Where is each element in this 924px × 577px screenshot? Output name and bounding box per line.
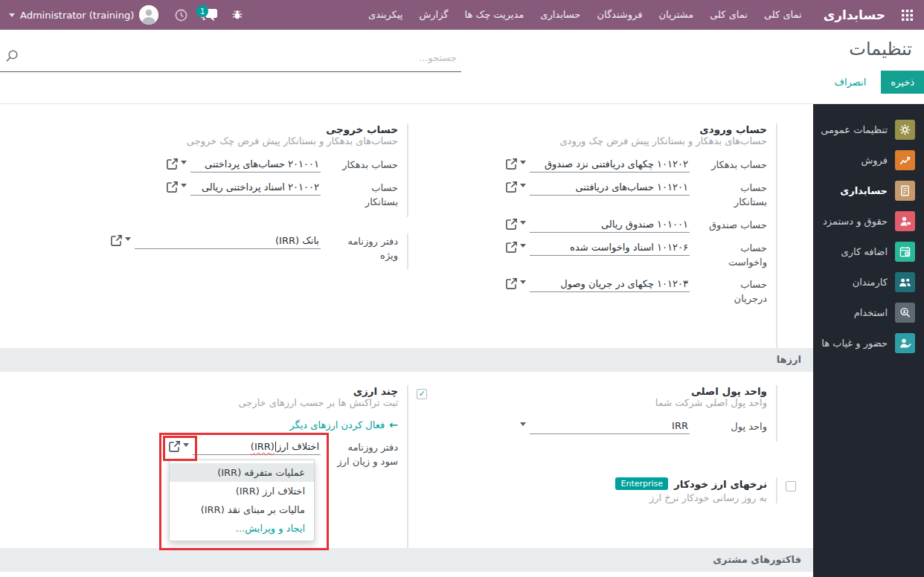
many2one-input[interactable]: اختلاف ارز(IRR) — [193, 439, 321, 455]
sidebar-item-label: فروش — [861, 155, 888, 166]
sidebar-item-employees[interactable]: کارمندان — [813, 267, 924, 297]
dropdown-create-option[interactable]: ایجاد و ویرایش... — [170, 519, 314, 538]
dropdown-option[interactable]: عملیات متفرقه (IRR) — [170, 463, 314, 482]
block-subtitle: به روز رسانی خودکار نرخ ارز — [453, 492, 767, 503]
external-link-icon[interactable] — [505, 241, 518, 256]
field-protest-account: حسابواخواست ۱۰۱۲۰۶ اسناد واخواست شده — [453, 240, 767, 270]
external-link-icon[interactable] — [166, 181, 179, 196]
activate-currencies-link[interactable]: ← فعال کردن ارزهای دیگر — [289, 419, 398, 431]
dropdown-caret-icon[interactable] — [520, 280, 526, 287]
dropdown-option[interactable]: مالیات بر مبنای نقد (IRR) — [170, 500, 314, 519]
checkbox-pane — [777, 385, 804, 442]
discard-button[interactable]: انصراف — [832, 71, 870, 94]
sidebar-item-general-settings[interactable]: تنظیمات عمومی — [813, 115, 924, 145]
many2one-input[interactable]: ۲۰۱۰۰۱ حساب‌های پرداختنی — [190, 157, 321, 173]
search-input[interactable] — [19, 52, 457, 63]
menu-check-management[interactable]: مدیریت چک ها — [457, 0, 533, 30]
setting-block-input-account: حساب ورودی حساب‌های بدهکار و بستانکار پی… — [453, 123, 804, 348]
block-title: حساب خروجی — [84, 123, 398, 135]
journal-dropdown: عملیات متفرقه (IRR) اختلاف ارز (IRR) مال… — [169, 460, 315, 541]
sidebar-item-accounting[interactable]: حسابداری — [813, 175, 924, 206]
sidebar-item-recruitment[interactable]: استخدام — [813, 297, 924, 328]
dropdown-caret-icon[interactable] — [181, 161, 187, 167]
sidebar-item-sales[interactable]: فروش — [813, 145, 924, 175]
dropdown-caret-icon[interactable] — [520, 161, 526, 167]
many2one-input[interactable]: ۱۰۱۲۰۶ اسناد واخواست شده — [530, 240, 690, 256]
sidebar-item-label: حسابداری — [840, 185, 888, 196]
menu-overview-2[interactable]: نمای کلی — [702, 0, 756, 30]
section-band-customer-invoices: فاکتورهای مشتری — [0, 548, 813, 572]
many2one-input[interactable]: ۱۰۱۲۰۲ چکهای دریافتنی نزد صندوق — [530, 157, 690, 173]
dropdown-caret-icon[interactable] — [520, 221, 526, 228]
section-band-currencies: ارزها — [0, 348, 813, 372]
checkbox-pane — [777, 123, 804, 348]
save-button[interactable]: ذخیره — [881, 71, 924, 94]
sidebar-item-overtime[interactable]: اضافه کاری — [813, 236, 924, 267]
field-debit-account-in: حساب بدهکار ۱۰۱۲۰۲ چکهای دریافتنی نزد صن… — [453, 157, 767, 173]
left-column: حساب خروجی حساب‌های بدهکار و بستانکار پی… — [84, 123, 435, 348]
menu-overview-1[interactable]: نمای کلی — [756, 0, 810, 30]
field-currency: واحد پول IRR — [453, 419, 767, 434]
debug-bug-icon[interactable] — [227, 4, 248, 25]
sidebar-item-label: تنظیمات عمومی — [821, 124, 888, 135]
external-link-group — [168, 440, 193, 455]
currency-select[interactable]: IRR — [530, 419, 690, 434]
menu-accounting[interactable]: حسابداری — [532, 0, 588, 30]
menu-vendors[interactable]: فروشندگان — [588, 0, 650, 30]
block-title: حساب ورودی — [453, 123, 767, 135]
dropdown-caret-icon[interactable] — [520, 184, 526, 190]
right-column-2: واحد پول اصلی واحد پول اصلی شرکت شما واح… — [453, 385, 804, 548]
dropdown-caret-icon[interactable] — [181, 184, 187, 190]
user-menu[interactable]: Administrator (training) — [9, 5, 163, 25]
app-name[interactable]: حسابداری — [810, 7, 896, 22]
user-name: Administrator (training) — [20, 10, 134, 21]
many2one-input[interactable]: ۱۰۱۲۰۳ چکهای در جریان وصول — [530, 277, 690, 292]
external-link-icon[interactable] — [110, 234, 123, 249]
auto-rates-checkbox[interactable] — [786, 481, 796, 491]
external-link-icon[interactable] — [505, 277, 518, 292]
sidebar-item-payroll[interactable]: حقوق و دستمزد — [813, 206, 924, 236]
dropdown-caret-icon[interactable] — [520, 244, 526, 251]
settings-sidebar: تنظیمات عمومی فروش حسابداری حقوق و دستمز… — [813, 104, 924, 577]
external-link-icon[interactable] — [505, 158, 518, 173]
multi-currency-checkbox[interactable] — [417, 389, 427, 399]
menu-customers[interactable]: مشتریان — [650, 0, 702, 30]
block-title: نرخهای ارز خودکار — [674, 478, 767, 490]
dropdown-caret-icon[interactable] — [125, 237, 131, 244]
field-cash-account: حساب صندوق ۱۰۱۰۰۱ صندوق ریالی — [453, 217, 767, 233]
setting-block-special-journal: دفتر روزنامهویژه بانک (IRR) — [84, 233, 435, 271]
sidebar-item-attendance[interactable]: حضور و غیاب ها — [813, 328, 924, 358]
invoice-icon — [895, 181, 915, 201]
enterprise-badge: Enterprise — [615, 477, 668, 490]
top-menu: نمای کلی نمای کلی مشتریان فروشندگان حساب… — [360, 0, 810, 30]
dropdown-caret-icon[interactable] — [520, 422, 526, 429]
external-link-icon[interactable] — [168, 440, 181, 455]
setting-block-main-currency: واحد پول اصلی واحد پول اصلی شرکت شما واح… — [453, 385, 804, 442]
external-link-icon[interactable] — [505, 181, 518, 196]
search-bar — [0, 49, 461, 72]
exchange-journal-control: اختلاف ارز(IRR) عملیات متفرقه (IRR) اختل… — [168, 439, 321, 455]
dropdown-caret-icon[interactable] — [183, 443, 189, 450]
save-discard-actions: ذخیره انصراف — [832, 71, 924, 94]
apps-menu-icon[interactable] — [896, 4, 918, 26]
page-title: تنظیمات — [849, 39, 912, 59]
messages-icon[interactable]: 1 — [199, 4, 219, 25]
chevron-down-icon — [9, 13, 15, 20]
dropdown-option[interactable]: اختلاف ارز (IRR) — [170, 482, 314, 500]
text-cursor — [275, 442, 276, 451]
many2one-input[interactable]: بانک (IRR) — [135, 233, 321, 249]
many2one-input[interactable]: ۱۰۱۰۰۱ صندوق ریالی — [530, 217, 690, 233]
block-title: چند ارزی — [84, 385, 398, 397]
arrow-left-icon: ← — [389, 419, 398, 431]
block-subtitle: حساب‌های بدهکار و بستانکار پیش فرض چک ور… — [453, 135, 767, 146]
external-link-icon[interactable] — [505, 218, 518, 233]
employees-group-icon — [895, 272, 915, 292]
menu-reporting[interactable]: گزارش — [411, 0, 456, 30]
many2one-input[interactable]: ۲۰۱۰۰۲ اسناد پرداختنی ریالی — [190, 180, 321, 196]
activities-clock-icon[interactable] — [170, 4, 191, 25]
menu-configuration[interactable]: پیکربندی — [360, 0, 411, 30]
avatar — [139, 5, 158, 25]
many2one-input[interactable]: ۱۰۱۲۰۱ حساب‌های دریافتنی — [530, 180, 690, 196]
external-link-icon[interactable] — [166, 158, 179, 173]
block-title: واحد پول اصلی — [453, 385, 767, 397]
